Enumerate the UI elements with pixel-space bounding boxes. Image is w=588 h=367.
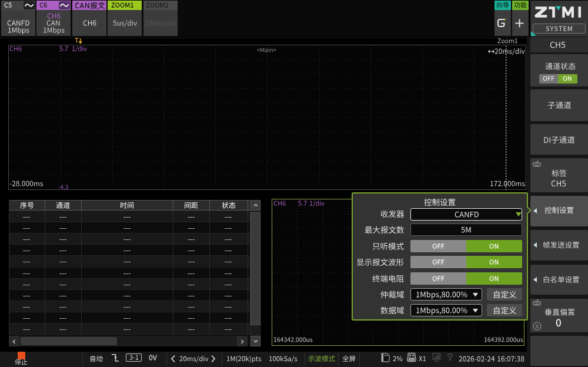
svg-text:B: B — [535, 323, 539, 329]
